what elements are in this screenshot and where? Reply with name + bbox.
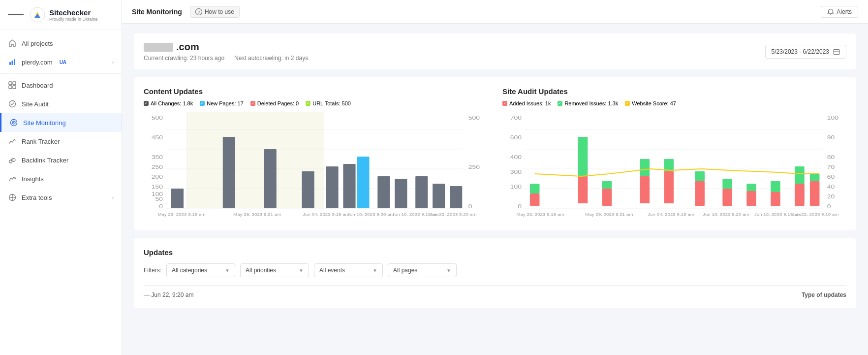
- content-updates-legend: All Changes: 1.8k New Pages: 17 Deleted …: [144, 100, 488, 106]
- sidebar-item-label: Site Monitoring: [23, 119, 66, 127]
- svg-text:40: 40: [827, 184, 835, 190]
- legend-checkbox-removed-issues: [558, 101, 562, 106]
- updates-title: Updates: [144, 248, 846, 257]
- svg-rect-84: [602, 181, 612, 189]
- content-updates-chart-area: 500 450 350 250 200 150 100 50 0 500 250…: [144, 112, 488, 221]
- svg-text:70: 70: [827, 164, 835, 170]
- sidebar-item-label: Backlink Tracker: [22, 157, 68, 164]
- svg-rect-79: [530, 194, 540, 206]
- bell-icon: [827, 8, 834, 15]
- categories-filter[interactable]: All categories ▼: [166, 263, 235, 277]
- site-header: .com Current crawling: 23 hours ago Next…: [134, 33, 856, 69]
- date-range-picker[interactable]: 5/23/2023 - 6/22/2023: [765, 45, 846, 59]
- svg-rect-98: [795, 184, 805, 206]
- timeline-date-value: — Jun 22, 9:20 am: [144, 291, 193, 298]
- sidebar-item-all-projects[interactable]: All projects: [0, 34, 122, 53]
- sidebar-item-site-monitoring[interactable]: Site Monitoring: [0, 113, 122, 132]
- logo-icon: [30, 7, 45, 23]
- svg-point-14: [15, 178, 16, 179]
- svg-rect-42: [171, 189, 184, 208]
- svg-rect-50: [395, 179, 407, 208]
- svg-rect-53: [450, 186, 462, 208]
- site-audit-chart: Site Audit Updates Added Issues: 1k Remo…: [502, 87, 846, 221]
- sidebar-nav: All projects plerdy.com UA › Dashboard S…: [0, 30, 122, 355]
- updates-timeline: — Jun 22, 9:20 am Type of updates: [144, 285, 846, 298]
- svg-rect-89: [695, 181, 705, 206]
- svg-text:250: 250: [152, 164, 163, 170]
- timeline-date: — Jun 22, 9:20 am: [144, 291, 193, 298]
- site-audit-svg: 700 600 400 300 100 0 100 90 80 70 60 40…: [502, 112, 846, 221]
- content-updates-title: Content Updates: [144, 87, 488, 96]
- categories-value: All categories: [172, 267, 207, 274]
- sidebar-logo-area: Sitechecker Proudly made in Ukraine: [0, 0, 122, 30]
- main-content: Site Monitoring ? How to use Alerts .com…: [122, 0, 868, 355]
- sidebar-item-badge: UA: [60, 60, 66, 65]
- svg-text:Jun 04, 2023 9:19 am: Jun 04, 2023 9:19 am: [303, 212, 349, 216]
- chevron-down-icon: ▼: [446, 268, 451, 273]
- sidebar-item-rank-tracker[interactable]: Rank Tracker: [0, 132, 122, 151]
- svg-rect-87: [664, 171, 674, 203]
- charts-section: Content Updates All Changes: 1.8k New Pa…: [134, 77, 856, 230]
- legend-added-issues[interactable]: Added Issues: 1k: [502, 100, 551, 106]
- svg-rect-4: [12, 61, 13, 65]
- svg-rect-43: [223, 137, 235, 208]
- legend-checkbox-new-pages: [200, 101, 205, 106]
- domain-suffix: .com: [176, 41, 199, 53]
- legend-url-totals[interactable]: URL Totals: 500: [306, 100, 351, 106]
- hamburger-button[interactable]: [8, 7, 24, 23]
- svg-text:300: 300: [510, 169, 522, 175]
- svg-text:400: 400: [510, 155, 522, 161]
- svg-text:Jun 04, 2023 9:19 am: Jun 04, 2023 9:19 am: [648, 212, 694, 216]
- svg-rect-96: [771, 181, 780, 192]
- backlink-icon: [8, 156, 17, 164]
- events-filter[interactable]: All events ▼: [314, 263, 383, 277]
- svg-rect-85: [640, 176, 650, 203]
- sidebar-item-site-audit[interactable]: Site Audit: [0, 95, 122, 113]
- sidebar-item-plerdy[interactable]: plerdy.com UA ›: [0, 53, 122, 71]
- alerts-button[interactable]: Alerts: [821, 6, 858, 18]
- legend-new-pages[interactable]: New Pages: 17: [200, 100, 244, 106]
- help-label: How to use: [205, 8, 234, 15]
- type-of-updates-label: Type of updates: [802, 291, 846, 298]
- sidebar-item-extra-tools[interactable]: Extra tools ›: [0, 188, 122, 207]
- legend-label: URL Totals: 500: [312, 100, 351, 106]
- sidebar-item-insights[interactable]: Insights: [0, 169, 122, 188]
- site-domain: .com: [144, 41, 308, 53]
- alerts-label: Alerts: [837, 8, 852, 15]
- svg-text:May 23, 2023 9:19 am: May 23, 2023 9:19 am: [516, 212, 564, 216]
- sidebar-item-label: Extra tools: [22, 194, 52, 201]
- legend-label: New Pages: 17: [207, 100, 244, 106]
- content-updates-chart: Content Updates All Changes: 1.8k New Pa…: [144, 87, 488, 221]
- sidebar-item-backlink-tracker[interactable]: Backlink Tracker: [0, 151, 122, 169]
- svg-point-10: [9, 101, 16, 107]
- svg-text:May 29, 2023 9:21 am: May 29, 2023 9:21 am: [233, 212, 281, 216]
- legend-label: All Changes: 1.8k: [151, 100, 193, 106]
- chevron-down-icon: ▼: [225, 268, 230, 273]
- rank-icon: [8, 137, 17, 146]
- sidebar-divider: [0, 73, 122, 74]
- site-title-block: .com Current crawling: 23 hours ago Next…: [144, 41, 308, 62]
- topbar: Site Monitoring ? How to use Alerts: [122, 0, 868, 24]
- svg-rect-92: [722, 179, 732, 189]
- legend-all-changes[interactable]: All Changes: 1.8k: [144, 100, 193, 106]
- svg-rect-47: [343, 164, 355, 208]
- legend-website-score[interactable]: Website Score: 47: [625, 100, 676, 106]
- svg-rect-93: [746, 191, 756, 206]
- site-audit-chart-area: 700 600 400 300 100 0 100 90 80 70 60 40…: [502, 112, 846, 221]
- sidebar-item-label: Rank Tracker: [22, 138, 60, 145]
- svg-rect-45: [302, 171, 314, 208]
- legend-deleted-pages[interactable]: Deleted Pages: 0: [250, 100, 299, 106]
- pages-filter[interactable]: All pages ▼: [388, 263, 457, 277]
- svg-text:Jun 22, 2023 9:10 am: Jun 22, 2023 9:10 am: [792, 212, 839, 216]
- chevron-right-icon: ›: [112, 195, 114, 200]
- svg-text:Jun 10, 2023 9:20 am: Jun 10, 2023 9:20 am: [703, 212, 749, 216]
- site-audit-legend: Added Issues: 1k Removed Issues: 1.3k We…: [502, 100, 846, 106]
- legend-removed-issues[interactable]: Removed Issues: 1.3k: [558, 100, 618, 106]
- how-to-use-button[interactable]: ? How to use: [190, 6, 240, 18]
- svg-rect-20: [834, 49, 839, 54]
- sidebar: Sitechecker Proudly made in Ukraine All …: [0, 0, 122, 355]
- priorities-filter[interactable]: All priorities ▼: [240, 263, 309, 277]
- svg-rect-90: [695, 171, 705, 181]
- sidebar-item-dashboard[interactable]: Dashboard: [0, 76, 122, 95]
- svg-text:0: 0: [468, 204, 472, 210]
